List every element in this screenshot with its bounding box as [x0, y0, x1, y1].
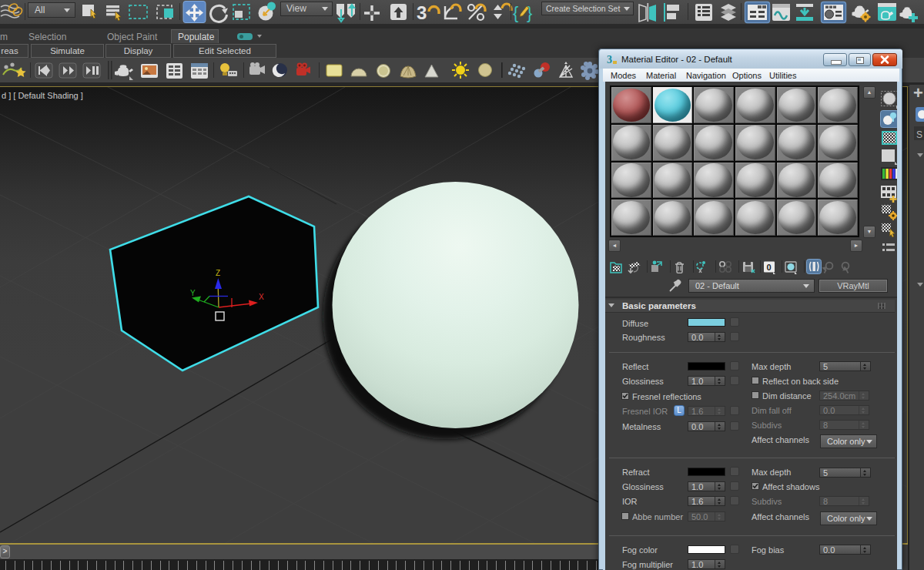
svg-text:{: {: [513, 3, 518, 22]
svg-text:3: 3: [607, 54, 612, 65]
svg-text:0: 0: [767, 263, 772, 272]
svg-text:}: }: [527, 3, 532, 22]
svg-text:3: 3: [417, 2, 427, 23]
svg-text:X: X: [259, 293, 264, 301]
svg-text:Z: Z: [216, 269, 220, 277]
svg-text:Y: Y: [190, 289, 196, 297]
